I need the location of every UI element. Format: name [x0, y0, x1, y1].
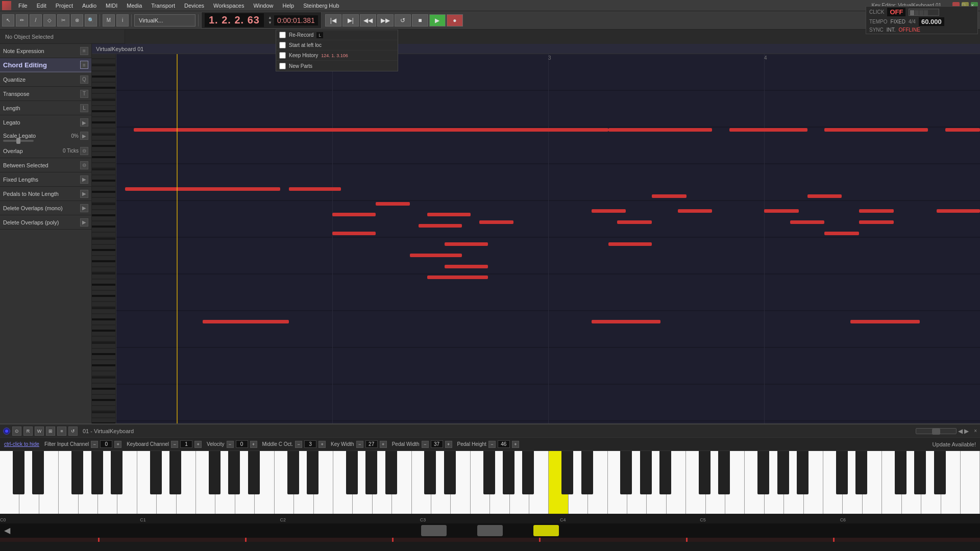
zoom-tool[interactable]: 🔍	[85, 14, 97, 27]
black-key-G#5[interactable]	[777, 451, 789, 494]
pedal-left[interactable]	[421, 525, 447, 536]
black-key-G#3[interactable]	[503, 451, 514, 494]
pedal-height-down[interactable]: −	[488, 441, 496, 448]
position-arrows[interactable]: ▲ ▼	[268, 15, 272, 25]
white-key-C7[interactable]	[961, 451, 980, 514]
go-to-start-btn[interactable]: |◀	[325, 14, 341, 27]
keyboard-channel-down[interactable]: −	[171, 441, 178, 448]
pedal-right[interactable]	[533, 525, 559, 536]
delete-overlaps-poly-item[interactable]: Delete Overlaps (poly) ▶	[0, 215, 91, 230]
instrument-selector[interactable]: VirtualK...	[134, 14, 195, 27]
black-key-F#0[interactable]	[71, 451, 83, 494]
black-key-C#1[interactable]	[150, 451, 162, 494]
black-key-F#4[interactable]	[620, 451, 632, 494]
note-expression-item[interactable]: Note Expression ≡	[0, 44, 91, 58]
rewind-btn[interactable]: ◀◀	[360, 14, 376, 27]
quantize-item[interactable]: Quantize Q	[0, 72, 91, 87]
black-key-F#1[interactable]	[209, 451, 220, 494]
middle-c-up[interactable]: +	[318, 441, 326, 448]
go-to-end-btn[interactable]: ▶|	[342, 14, 359, 27]
black-key-F#2[interactable]	[346, 451, 358, 494]
pedals-to-note-item[interactable]: Pedals to Note Length ▶	[0, 187, 91, 201]
vkb-btn-5[interactable]: ≡	[57, 427, 66, 436]
vkb-btn-4[interactable]: ⊞	[46, 427, 55, 436]
black-key-D#5[interactable]	[718, 451, 730, 494]
overlap-item[interactable]: Overlap 0 Ticks ⊖	[0, 144, 91, 158]
black-key-G#0[interactable]	[91, 451, 103, 494]
filter-channel-up[interactable]: +	[114, 441, 121, 448]
black-key-G#1[interactable]	[228, 451, 240, 494]
fast-forward-btn[interactable]: ▶▶	[377, 14, 394, 27]
key-width-up[interactable]: +	[380, 441, 387, 448]
stop-btn[interactable]: ■	[412, 14, 428, 27]
keyboard-scroll-left[interactable]: ◀	[4, 525, 10, 535]
scale-legato-slider[interactable]	[3, 140, 34, 142]
black-key-F#3[interactable]	[483, 451, 495, 494]
length-item[interactable]: Length L	[0, 101, 91, 115]
record-btn[interactable]: ●	[447, 14, 463, 27]
middle-c-down[interactable]: −	[295, 441, 302, 448]
vkb-btn-2[interactable]: R	[23, 427, 33, 436]
black-key-D#6[interactable]	[855, 451, 867, 494]
vkb-btn-6[interactable]: ↺	[68, 427, 78, 436]
filter-channel-down[interactable]: −	[91, 441, 98, 448]
glue-tool[interactable]: ⊗	[71, 14, 83, 27]
menu-window[interactable]: Window	[249, 2, 277, 10]
black-key-A#2[interactable]	[385, 451, 397, 494]
pedal-center[interactable]	[477, 525, 503, 536]
vkb-power-led[interactable]	[3, 428, 10, 435]
menu-workspaces[interactable]: Workspaces	[209, 2, 248, 10]
black-key-C#0[interactable]	[13, 451, 24, 494]
legato-item[interactable]: Legato ▶	[0, 115, 91, 130]
menu-edit[interactable]: Edit	[33, 2, 51, 10]
roll-grid[interactable]: 2 3 4	[116, 54, 980, 423]
eraser-tool[interactable]: ◇	[43, 14, 56, 27]
info-tool[interactable]: i	[116, 14, 129, 27]
re-record-checkbox[interactable]	[279, 32, 286, 38]
cycle-btn[interactable]: ↺	[395, 14, 411, 27]
black-key-A#4[interactable]	[659, 451, 671, 494]
draw-tool[interactable]: ✏	[16, 14, 28, 27]
new-parts-checkbox[interactable]	[279, 63, 286, 69]
black-key-C#5[interactable]	[699, 451, 710, 494]
black-key-D#3[interactable]	[444, 451, 456, 494]
black-key-D#4[interactable]	[581, 451, 593, 494]
mute-tool[interactable]: M	[103, 14, 115, 27]
black-key-C#2[interactable]	[287, 451, 299, 494]
pointer-tool[interactable]: ↖	[2, 14, 14, 27]
chord-editing-item[interactable]: Chord Editing ≡	[0, 58, 91, 72]
key-width-down[interactable]: −	[356, 441, 363, 448]
ctrl-hide-link[interactable]: ctrl-click to hide	[4, 441, 39, 447]
fixed-lengths-item[interactable]: Fixed Lengths ▶	[0, 172, 91, 187]
black-key-F#6[interactable]	[895, 451, 906, 494]
menu-transport[interactable]: Transport	[147, 2, 179, 10]
pedal-width-up[interactable]: +	[445, 441, 452, 448]
black-key-A#3[interactable]	[522, 451, 534, 494]
pedal-height-up[interactable]: +	[512, 441, 519, 448]
velocity-down[interactable]: −	[227, 441, 234, 448]
transpose-item[interactable]: Transpose T	[0, 87, 91, 101]
keep-history-checkbox[interactable]	[279, 52, 286, 59]
line-tool[interactable]: /	[30, 14, 42, 27]
black-key-A#1[interactable]	[248, 451, 260, 494]
black-key-F#5[interactable]	[757, 451, 769, 494]
menu-file[interactable]: File	[14, 2, 32, 10]
delete-overlaps-mono-item[interactable]: Delete Overlaps (mono) ▶	[0, 201, 91, 215]
update-available-notice[interactable]: Update Available!	[933, 441, 976, 447]
pedal-width-down[interactable]: −	[422, 441, 429, 448]
black-key-A#0[interactable]	[111, 451, 122, 494]
menu-media[interactable]: Media	[122, 2, 146, 10]
vkb-btn-3[interactable]: W	[35, 427, 44, 436]
vkb-btn-1[interactable]: ⊙	[12, 427, 21, 436]
black-key-G#6[interactable]	[914, 451, 926, 494]
black-key-C#3[interactable]	[424, 451, 436, 494]
black-key-D#2[interactable]	[307, 451, 318, 494]
menu-help[interactable]: Help	[279, 2, 299, 10]
menu-audio[interactable]: Audio	[78, 2, 101, 10]
menu-steinberg-hub[interactable]: Steinberg Hub	[299, 2, 343, 10]
menu-devices[interactable]: Devices	[180, 2, 208, 10]
menu-midi[interactable]: MIDI	[102, 2, 121, 10]
black-key-C#6[interactable]	[836, 451, 848, 494]
black-key-D#1[interactable]	[169, 451, 181, 494]
scale-legato-item[interactable]: Scale Legato 0% ▶	[0, 130, 91, 144]
